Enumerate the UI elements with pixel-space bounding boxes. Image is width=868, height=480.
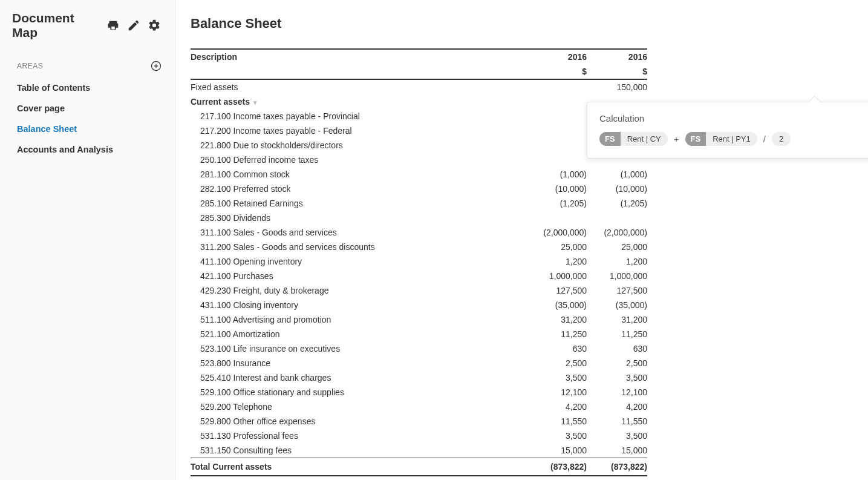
page-title: Balance Sheet bbox=[191, 16, 844, 31]
value-col1: 15,000 bbox=[526, 443, 587, 458]
table-row[interactable]: 521.100 Amortization11,25011,250 bbox=[191, 327, 647, 341]
value-col2: 31,200 bbox=[587, 312, 647, 327]
value-col1: (10,000) bbox=[526, 182, 587, 196]
table-row[interactable]: 250.100 Deferred income taxes bbox=[191, 153, 647, 167]
sidebar-title: Document Map bbox=[12, 11, 101, 40]
total-col1: (873,822) bbox=[526, 458, 587, 476]
value-col2: 11,250 bbox=[587, 327, 647, 341]
account-label: 523.100 Life insurance on executives bbox=[191, 341, 526, 356]
pill-tag: FS bbox=[599, 132, 621, 146]
calc-divisor[interactable]: 2 bbox=[772, 132, 791, 146]
table-row[interactable]: 431.100 Closing inventory(35,000)(35,000… bbox=[191, 298, 647, 312]
value-col2: 11,550 bbox=[587, 414, 647, 429]
table-row[interactable]: 282.100 Preferred stock(10,000)(10,000) bbox=[191, 182, 647, 196]
value-col2: (1,000) bbox=[587, 167, 647, 182]
account-label: 285.100 Retained Earnings bbox=[191, 196, 526, 211]
popup-title: Calculation bbox=[599, 113, 868, 123]
value-col1 bbox=[526, 138, 587, 153]
table-row[interactable]: 531.150 Consulting fees15,00015,000 bbox=[191, 443, 647, 458]
calculation-popup: Calculation FS Rent | CY + FS Rent | PY1… bbox=[587, 102, 868, 159]
table-row[interactable]: 221.800 Due to stockholders/directors bbox=[191, 138, 647, 153]
edit-icon[interactable] bbox=[125, 17, 142, 34]
fixed-assets-label: Fixed assets bbox=[191, 79, 526, 94]
gear-icon[interactable] bbox=[146, 17, 163, 34]
account-label: 531.130 Professional fees bbox=[191, 429, 526, 443]
chevron-down-icon[interactable]: ▾ bbox=[253, 99, 257, 107]
table-row[interactable]: 529.100 Office stationary and supplies12… bbox=[191, 385, 647, 399]
account-label: 311.100 Sales - Goods and services bbox=[191, 225, 526, 240]
value-col1: 127,500 bbox=[526, 283, 587, 298]
value-col1: (2,000,000) bbox=[526, 225, 587, 240]
account-label: 429.230 Freight, duty & brokerage bbox=[191, 283, 526, 298]
sidebar-item-cover[interactable]: Cover page bbox=[0, 98, 175, 119]
table-row[interactable]: 281.100 Common stock(1,000)(1,000) bbox=[191, 167, 647, 182]
table-row[interactable]: 311.200 Sales - Goods and services disco… bbox=[191, 240, 647, 254]
value-col2: 127,500 bbox=[587, 283, 647, 298]
account-label: 529.100 Office stationary and supplies bbox=[191, 385, 526, 399]
value-col2: 12,100 bbox=[587, 385, 647, 399]
account-label: 281.100 Common stock bbox=[191, 167, 526, 182]
account-label: 531.150 Consulting fees bbox=[191, 443, 526, 458]
value-col1: (1,205) bbox=[526, 196, 587, 211]
table-row[interactable]: 285.300 Dividends bbox=[191, 211, 647, 225]
add-area-icon[interactable] bbox=[149, 59, 163, 73]
account-label: 285.300 Dividends bbox=[191, 211, 526, 225]
col-year-2: 2016 bbox=[587, 49, 647, 64]
table-row[interactable]: 529.800 Other office expenses11,55011,55… bbox=[191, 414, 647, 429]
table-row[interactable]: 529.200 Telephone4,2004,200 bbox=[191, 399, 647, 414]
calc-operand-1[interactable]: FS Rent | CY bbox=[599, 132, 668, 146]
table-row[interactable]: 531.130 Professional fees3,5003,500 bbox=[191, 429, 647, 443]
table-row[interactable]: Fixed assets150,000 bbox=[191, 79, 647, 94]
account-label: 421.100 Purchases bbox=[191, 269, 526, 283]
cell bbox=[526, 94, 587, 109]
value-col1 bbox=[526, 123, 587, 138]
main-content: Balance Sheet Description 2016 2016 $ $ … bbox=[175, 0, 868, 480]
account-label: 217.200 Income taxes payable - Federal bbox=[191, 123, 526, 138]
table-row[interactable]: Current assets▾ bbox=[191, 94, 647, 109]
table-row[interactable]: Total Current assets(873,822)(873,822) bbox=[191, 458, 647, 476]
divide-operator: / bbox=[762, 134, 767, 144]
account-label: 217.100 Income taxes payable - Provincia… bbox=[191, 109, 526, 123]
plus-operator: + bbox=[673, 134, 680, 144]
table-row[interactable]: 523.100 Life insurance on executives6306… bbox=[191, 341, 647, 356]
table-row[interactable]: 523.800 Insurance2,5002,500 bbox=[191, 356, 647, 370]
value-col1 bbox=[526, 109, 587, 123]
value-col2: 4,200 bbox=[587, 399, 647, 414]
table-row[interactable]: 217.100 Income taxes payable - Provincia… bbox=[191, 109, 647, 123]
total-label: Total Current assets bbox=[191, 458, 526, 476]
value-col2: (1,205) bbox=[587, 196, 647, 211]
value-col1: 11,250 bbox=[526, 327, 587, 341]
table-row[interactable]: 311.100 Sales - Goods and services(2,000… bbox=[191, 225, 647, 240]
cell bbox=[526, 79, 587, 94]
col-year-1: 2016 bbox=[526, 49, 587, 64]
value-col2: 1,000,000 bbox=[587, 269, 647, 283]
account-label: 282.100 Preferred stock bbox=[191, 182, 526, 196]
table-row[interactable]: 421.100 Purchases1,000,0001,000,000 bbox=[191, 269, 647, 283]
table-row[interactable]: 429.230 Freight, duty & brokerage127,500… bbox=[191, 283, 647, 298]
value-col1 bbox=[526, 153, 587, 167]
pill-tag: FS bbox=[685, 132, 706, 146]
account-label: 311.200 Sales - Goods and services disco… bbox=[191, 240, 526, 254]
value-col1: (1,000) bbox=[526, 167, 587, 182]
account-label: 511.100 Advertising and promotion bbox=[191, 312, 526, 327]
areas-label: AREAS bbox=[17, 62, 149, 70]
table-row[interactable]: 525.410 Interest and bank charges3,5003,… bbox=[191, 370, 647, 385]
value-col1: 11,550 bbox=[526, 414, 587, 429]
sidebar-item-toc[interactable]: Table of Contents bbox=[0, 77, 175, 98]
pill-text: Rent | CY bbox=[621, 132, 668, 146]
value-col1: 2,500 bbox=[526, 356, 587, 370]
table-row[interactable]: 217.200 Income taxes payable - Federal bbox=[191, 123, 647, 138]
value-col1: (35,000) bbox=[526, 298, 587, 312]
table-row[interactable]: 511.100 Advertising and promotion31,2003… bbox=[191, 312, 647, 327]
account-label: 523.800 Insurance bbox=[191, 356, 526, 370]
table-row[interactable]: 285.100 Retained Earnings(1,205)(1,205) bbox=[191, 196, 647, 211]
account-label: 250.100 Deferred income taxes bbox=[191, 153, 526, 167]
value-col2: (10,000) bbox=[587, 182, 647, 196]
sidebar-item-balance-sheet[interactable]: Balance Sheet bbox=[0, 119, 175, 139]
table-row[interactable]: 411.100 Opening inventory1,2001,200 bbox=[191, 254, 647, 269]
col-desc: Description bbox=[191, 49, 526, 64]
sidebar-item-accounts[interactable]: Accounts and Analysis bbox=[0, 139, 175, 160]
value-col1: 1,200 bbox=[526, 254, 587, 269]
calc-operand-2[interactable]: FS Rent | PY1 bbox=[685, 132, 757, 146]
print-icon[interactable] bbox=[105, 17, 122, 34]
